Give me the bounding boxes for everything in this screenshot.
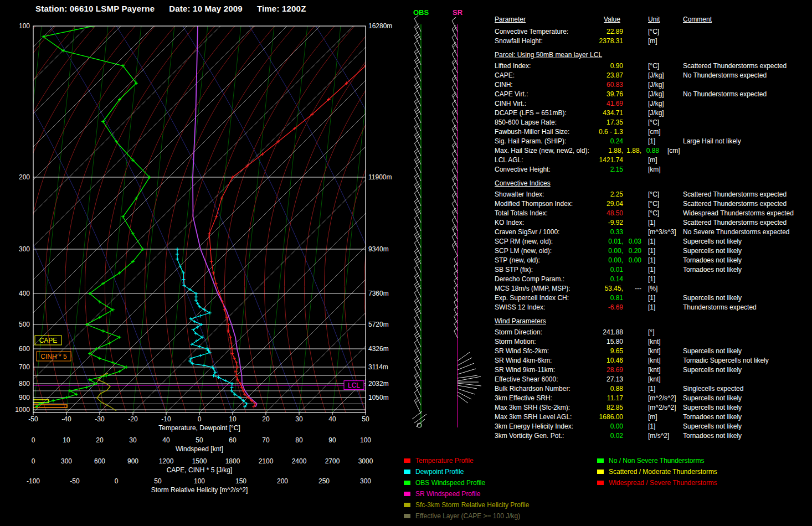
param-unit: [knt] [648,356,661,365]
legend-swatch [404,514,410,518]
moist-adiabat-line [264,26,374,412]
param-unit: [1] [648,137,655,146]
param-comment: Supercells not likely [683,422,742,431]
axis-tick-label: 30 [295,415,303,423]
param-unit: [°C] [648,199,659,209]
obs-wind-barb [414,118,421,131]
table-row: CINH:60.83[J/kg] [495,80,812,90]
mixing-ratio-line [366,26,407,412]
param-comment: Thunderstorms expected [683,303,757,312]
param-unit: [J/kg] [648,99,664,109]
sr-wind-barb [452,37,458,48]
axis-tick-label: -40 [61,415,71,423]
axis-tick-label: -50 [28,415,38,423]
obs-wind-barb [414,168,421,181]
param-label: 3km Vorticity Gen. Pot.: [495,431,564,441]
param-value: 39.76 [559,90,623,99]
param-label: SR Wind 9km-11km: [495,365,555,375]
altitude-label: 5720m [368,321,389,328]
obs-wind-barb [414,69,421,81]
param-value: 1686.00 [559,412,623,422]
legend-label: Widespread / Severe Thunderstorms [609,479,717,487]
table-row: Max. Hail Size (new, new2, old):1.88,1.8… [495,146,812,156]
legend-item: No / Non Severe Thunderstorms [597,455,717,466]
cape-box-label: CAPE [39,337,58,344]
legend-thunderstorm-severity: No / Non Severe ThunderstormsScattered /… [597,455,717,488]
param-unit: [m^3/s^3] [648,228,676,237]
param-value: 0.6 - 1.3 [559,127,623,137]
pressure-label: 600 [19,345,30,353]
table-row: Modified Thompson Index:29.04[°C]Scatter… [495,199,812,209]
column-header: Value [604,15,620,24]
param-value: 0.01 [559,265,623,275]
dry-adiabat-line [316,26,498,412]
axis-tick-label: 300 [61,457,72,465]
param-unit: [°C] [648,209,659,218]
table-row: SR Wind Sfc-2km:9.65[knt]Supercells not … [495,347,812,356]
table-row: Lifted Index:0.90[°C]Scattered Thunderst… [495,61,812,71]
param-comment: Supercells not likely [683,347,742,356]
skewt-app: { "header": { "station": "Station: 06610… [0,0,812,526]
param-value: -9.92 [559,218,623,228]
pressure-label: 700 [19,363,30,371]
param-value: 41.69 [559,99,623,109]
table-row: SB STP (fix):0.01[1]Tornadoes not likely [495,265,812,275]
param-value: 60.83 [559,80,623,90]
axis-tick-label: -10 [161,415,171,423]
axis-tick-label: -30 [95,415,105,423]
axis-tick-label: -100 [27,477,40,485]
legend-item: Sfc-3km Storm Relative Helicity Profile [404,499,529,510]
altitude-label: 1050m [368,394,389,401]
legend-swatch [404,458,410,463]
table-row: Sig. Hail Param. (SHIP):0.24[1]Large Hai… [495,137,812,146]
sr-wind-barb [452,87,458,98]
param-comment: Tornadoes not likely [683,265,742,275]
param-unit: [J/kg] [648,71,664,80]
lcl-box-label: LCL [348,381,360,389]
axis-tick-label: 70 [262,436,270,444]
table-row: SCP LM (new, old):0.00,0.20[1]Supercells… [495,246,812,256]
legend-swatch [597,458,604,463]
param-label: Max 3km SRH (Sfc-2km): [495,403,570,412]
table-row: SCP RM (new, old):0.01,0.03[1]Supercells… [495,237,812,246]
legend-label: SR Windspeed Profile [415,490,480,498]
sr-wind-barb-fan [458,392,471,399]
table-row: Convective Height:2.15[km] [495,165,812,174]
moist-adiabat-line [224,26,335,412]
sr-wind-barb [452,203,458,214]
obs-wind-barb-low [414,414,426,423]
param-label: Effective Shear 6000: [495,375,558,384]
param-comment: Supercells not likely [683,403,742,412]
mixing-ratio-line [66,26,108,412]
param-unit: [°C] [648,190,659,199]
header-bar: Station: 06610 LSMP Payerne Date: 10 May… [35,4,306,13]
param-comment: Scattered Thunderstorms expected [683,61,787,71]
isotherm-line [133,26,520,412]
table-row: CAPE Virt.:39.76[J/kg]No Thunderstorms e… [495,90,812,99]
table-row: Convective Temperature:22.89[°C] [495,27,812,37]
legend-item: Widespread / Severe Thunderstorms [597,477,717,488]
param-unit: [°C] [648,27,659,37]
sr-wind-barb [452,70,458,81]
param-comment: Supercells not likely [683,246,742,256]
param-label: KO Index: [495,218,524,228]
mixing-ratio-line [133,26,174,412]
param-value: 0.00 [619,256,641,265]
sr-wind-barb [452,187,458,198]
param-unit: [knt] [648,337,661,347]
param-label: DCAPE (LFS = 651mB): [495,109,567,118]
table-row: Max 3km SRH (Sfc-2km):82.85[m^2/s^2]Supe… [495,403,812,412]
legend-item: Dewpoint Profile [404,466,529,477]
axis-tick-label: 300 [360,477,371,485]
param-value: 0.00, [559,246,623,256]
table-row: CINH Virt.:41.69[J/kg] [495,99,812,109]
axis-tick-label: 1200 [159,457,174,465]
sr-wind-barb [452,54,458,65]
param-comment: Supercells not likely [683,237,742,246]
altitude-label: 9340m [368,245,389,253]
param-unit: [cm] [667,146,680,156]
axis-title: Temperature, Dewpoint [°C] [158,424,240,432]
mixing-ratio-line [332,26,374,412]
table-row: Derecho Comp Param.:0.14[1] [495,275,812,284]
section-header-label: Wind Parameters [495,317,546,325]
